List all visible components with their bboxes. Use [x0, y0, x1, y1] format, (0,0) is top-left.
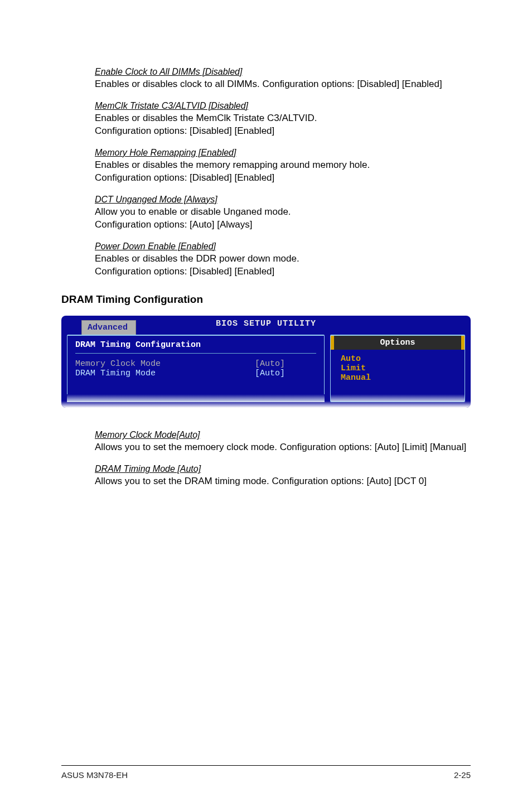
item-body: Allows you to set the DRAM timing mode. … [95, 475, 471, 488]
item-heading: Enable Clock to All DIMMs [Disabled] [95, 67, 471, 77]
config-items-bottom: Memory Clock Mode[Auto] Allows you to se… [95, 430, 471, 488]
bios-setting-value: [Auto] [255, 369, 316, 378]
config-items-top: Enable Clock to All DIMMs [Disabled] Ena… [95, 67, 471, 278]
item-heading: Memory Hole Remapping [Enabled] [95, 148, 471, 158]
bios-panel: BIOS SETUP UTILITY Advanced DRAM Timing … [61, 316, 471, 408]
bios-left-title: DRAM Timing Configuration [75, 340, 316, 354]
item-body: Allow you to enable or disable Unganed m… [95, 206, 471, 231]
section-title: DRAM Timing Configuration [61, 293, 471, 306]
page: Enable Clock to All DIMMs [Disabled] Ena… [0, 0, 532, 802]
content-area: Enable Clock to All DIMMs [Disabled] Ena… [61, 67, 471, 765]
bios-setting-row[interactable]: Memory Clock Mode [Auto] [75, 359, 316, 369]
bios-left-pane: DRAM Timing Configuration Memory Clock M… [67, 335, 325, 402]
bios-body: DRAM Timing Configuration Memory Clock M… [61, 335, 471, 402]
item-heading: MemClk Tristate C3/ALTVID [Disabled] [95, 101, 471, 111]
bios-right-pane: Options Auto Limit Manual [330, 335, 465, 402]
bios-setting-row[interactable]: DRAM Timing Mode [Auto] [75, 369, 316, 378]
item-heading: DCT Unganged Mode [Always] [95, 195, 471, 205]
item-body: Enables or disables the memory remapping… [95, 159, 471, 185]
page-footer: ASUS M3N78-EH 2-25 [61, 765, 471, 780]
bios-header-title: BIOS SETUP UTILITY [61, 319, 471, 328]
item-heading: DRAM Timing Mode [Auto] [95, 464, 471, 474]
bios-option[interactable]: Auto [341, 354, 454, 364]
bios-options-header: Options [331, 336, 465, 350]
footer-right: 2-25 [454, 770, 471, 780]
bios-option[interactable]: Limit [341, 364, 454, 373]
bios-setting-label: Memory Clock Mode [75, 359, 255, 369]
item-body: Allows you to set the memoery clock mode… [95, 441, 471, 454]
footer-left: ASUS M3N78-EH [61, 770, 128, 780]
bios-header: BIOS SETUP UTILITY Advanced [61, 316, 471, 335]
item-heading: Memory Clock Mode[Auto] [95, 430, 471, 440]
bios-options-body: Auto Limit Manual [331, 350, 465, 402]
item-heading: Power Down Enable [Enabled] [95, 241, 471, 252]
bios-setting-label: DRAM Timing Mode [75, 369, 255, 378]
item-body: Enables or disables clock to all DIMMs. … [95, 78, 471, 91]
item-body: Enables or disables the MemClk Tristate … [95, 112, 471, 138]
bios-setting-value: [Auto] [255, 359, 316, 369]
bios-option[interactable]: Manual [341, 373, 454, 383]
item-body: Enables or disables the DDR power down m… [95, 253, 471, 278]
